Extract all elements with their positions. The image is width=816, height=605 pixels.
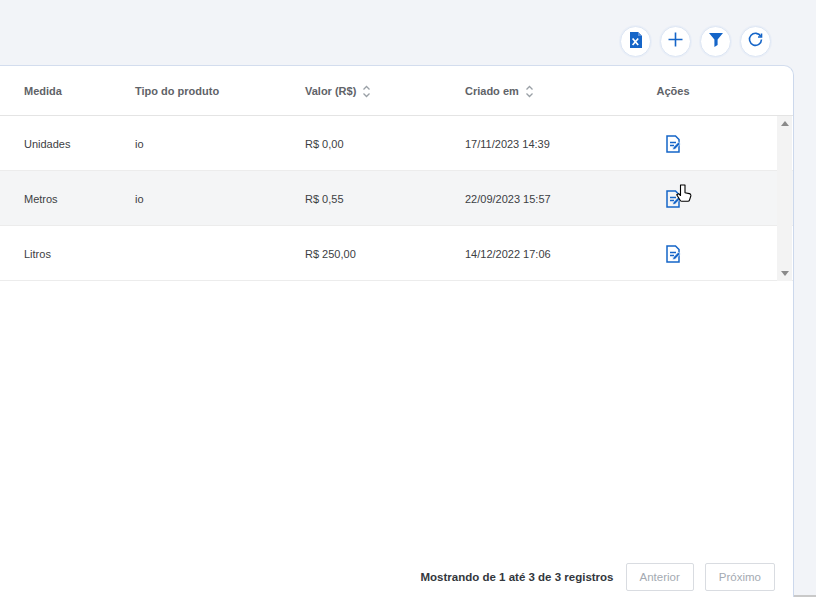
scroll-up-arrow-icon[interactable]: [777, 116, 792, 131]
cell-valor: R$ 0,55: [305, 171, 344, 226]
filter-button[interactable]: [700, 26, 731, 57]
cell-criado-em: 14/12/2022 17:06: [465, 226, 551, 281]
table-row: Litros R$ 250,00 14/12/2022 17:06: [0, 226, 793, 281]
refresh-icon: [747, 31, 764, 52]
scroll-down-arrow-icon[interactable]: [777, 266, 792, 281]
records-summary: Mostrando de 1 até 3 de 3 registros: [421, 571, 614, 583]
table-header-row: Medida Tipo do produto Valor (R$) Criado…: [0, 66, 793, 116]
column-label: Ações: [656, 85, 689, 97]
cell-valor: R$ 0,00: [305, 116, 344, 171]
edit-record-button[interactable]: [663, 189, 683, 209]
table-footer: Mostrando de 1 até 3 de 3 registros Ante…: [421, 563, 775, 591]
column-label: Valor (R$): [305, 85, 356, 97]
plus-icon: [667, 31, 684, 52]
column-header-acoes: Ações: [640, 66, 706, 116]
export-excel-button[interactable]: [620, 26, 651, 57]
filter-icon: [708, 32, 724, 52]
cell-valor: R$ 250,00: [305, 226, 356, 281]
cell-tipo: io: [135, 171, 144, 226]
file-edit-icon: [663, 244, 683, 264]
cell-medida: Unidades: [24, 116, 70, 171]
sort-icon[interactable]: [525, 85, 534, 98]
previous-page-button[interactable]: Anterior: [626, 563, 694, 591]
column-header-valor[interactable]: Valor (R$): [305, 66, 371, 116]
table-row: Metros io R$ 0,55 22/09/2023 15:57: [0, 171, 793, 226]
table-toolbar: [620, 26, 771, 57]
column-header-medida: Medida: [24, 66, 62, 116]
cell-medida: Litros: [24, 226, 51, 281]
column-label: Criado em: [465, 85, 519, 97]
column-label: Tipo do produto: [135, 85, 219, 97]
next-page-button[interactable]: Próximo: [705, 563, 775, 591]
file-edit-icon: [663, 134, 683, 154]
cell-acoes: [640, 226, 706, 281]
add-button[interactable]: [660, 26, 691, 57]
column-header-tipo-do-produto: Tipo do produto: [135, 66, 219, 116]
column-label: Medida: [24, 85, 62, 97]
sort-icon[interactable]: [362, 85, 371, 98]
refresh-button[interactable]: [740, 26, 771, 57]
file-edit-icon: [663, 189, 683, 209]
cell-acoes: [640, 116, 706, 171]
cell-criado-em: 17/11/2023 14:39: [465, 116, 550, 171]
table-row: Unidades io R$ 0,00 17/11/2023 14:39: [0, 116, 793, 171]
excel-file-icon: [627, 31, 644, 53]
column-header-criado-em[interactable]: Criado em: [465, 66, 534, 116]
cell-tipo: io: [135, 116, 144, 171]
cell-medida: Metros: [24, 171, 58, 226]
edit-record-button[interactable]: [663, 244, 683, 264]
cell-criado-em: 22/09/2023 15:57: [465, 171, 551, 226]
cell-acoes: [640, 171, 706, 226]
data-table-card: Medida Tipo do produto Valor (R$) Criado…: [0, 65, 794, 597]
table-body: Unidades io R$ 0,00 17/11/2023 14:39 Met…: [0, 116, 793, 281]
table-scrollbar[interactable]: [777, 116, 792, 281]
edit-record-button[interactable]: [663, 134, 683, 154]
